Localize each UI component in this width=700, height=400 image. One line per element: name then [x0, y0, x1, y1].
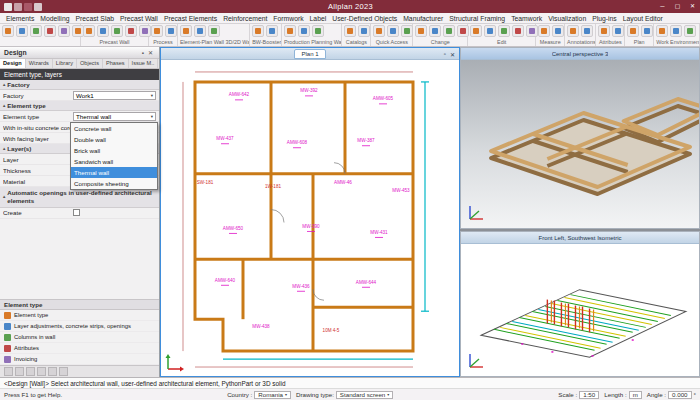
tool-icon[interactable]	[111, 25, 123, 37]
scale-value-box[interactable]: 1:50	[579, 391, 599, 399]
list-item-attributes[interactable]: Attributes	[0, 343, 159, 354]
tool-icon[interactable]	[97, 25, 109, 37]
tool-icon[interactable]	[344, 25, 356, 37]
isometric-canvas[interactable]	[461, 244, 699, 376]
tool-icon[interactable]	[312, 25, 324, 37]
tool-icon[interactable]	[30, 25, 42, 37]
undo-icon[interactable]	[24, 3, 32, 11]
tool-icon[interactable]	[612, 25, 624, 37]
palette-strip-icon[interactable]	[4, 367, 13, 376]
menu-item[interactable]: Precast Slab	[72, 15, 117, 22]
create-checkbox[interactable]	[73, 209, 80, 216]
palette-strip-icon[interactable]	[26, 367, 35, 376]
menu-item[interactable]: User-Defined Objects	[329, 15, 400, 22]
tool-icon[interactable]	[151, 25, 163, 37]
tool-icon[interactable]	[358, 25, 370, 37]
length-value-box[interactable]: m	[629, 391, 642, 399]
tool-icon[interactable]	[284, 25, 296, 37]
palette-tab-design[interactable]: Design	[0, 59, 26, 68]
palette-tab-connect[interactable]: Connect	[158, 59, 159, 68]
tool-icon[interactable]	[443, 25, 455, 37]
menu-item[interactable]: Modelling	[37, 15, 72, 22]
tool-icon[interactable]	[598, 25, 610, 37]
plan-viewport-tab[interactable]: Plan 1	[294, 49, 325, 59]
tool-icon[interactable]	[83, 25, 95, 37]
tool-icon[interactable]	[498, 25, 510, 37]
list-item-element-type[interactable]: Element type	[0, 310, 159, 321]
tool-icon[interactable]	[2, 25, 14, 37]
tool-icon[interactable]	[581, 25, 593, 37]
tool-icon[interactable]	[298, 25, 310, 37]
tool-icon[interactable]	[656, 25, 668, 37]
palette-strip-icon[interactable]	[59, 367, 68, 376]
tool-icon[interactable]	[194, 25, 206, 37]
menu-item[interactable]: Manufacturer	[400, 15, 446, 22]
tool-icon[interactable]	[58, 25, 70, 37]
menu-item[interactable]: Structural Framing	[446, 15, 508, 22]
list-item-layer-adjustments[interactable]: Layer adjustments, concrete strips, open…	[0, 321, 159, 332]
redo-icon[interactable]	[34, 3, 42, 11]
tool-icon[interactable]	[373, 25, 385, 37]
minimize-button[interactable]: ─	[655, 0, 670, 13]
perspective-viewport-titlebar[interactable]: Central perspective 3	[461, 48, 699, 60]
tool-icon[interactable]	[457, 25, 469, 37]
dropdown-option-selected[interactable]: Thermal wall	[71, 167, 157, 178]
tool-icon[interactable]	[165, 25, 177, 37]
menu-item[interactable]: Label	[307, 15, 330, 22]
section-auto-openings[interactable]: ▴Automatic openings in user-defined arch…	[0, 187, 159, 208]
palette-tab-wizards[interactable]: Wizards	[26, 59, 53, 68]
palette-tab-library[interactable]: Library	[53, 59, 77, 68]
viewport-close-icon[interactable]: ✕	[448, 51, 457, 58]
tool-icon[interactable]	[627, 25, 639, 37]
palette-strip-icon[interactable]	[37, 367, 46, 376]
tool-icon[interactable]	[684, 25, 696, 37]
factory-select[interactable]: Work1▾	[73, 91, 156, 100]
menu-item[interactable]: Layout Editor	[620, 15, 666, 22]
section-element-type[interactable]: ▴Element type	[0, 101, 159, 111]
dropdown-option[interactable]: Concrete wall	[71, 123, 157, 134]
dropdown-option[interactable]: Composite sheeting	[71, 178, 157, 189]
close-button[interactable]: ✕	[685, 0, 700, 13]
menu-item[interactable]: Reinforcement	[220, 15, 270, 22]
tool-icon[interactable]	[125, 25, 137, 37]
tool-icon[interactable]	[401, 25, 413, 37]
tool-icon[interactable]	[429, 25, 441, 37]
menu-item[interactable]: Formwork	[270, 15, 306, 22]
element-type-select[interactable]: Thermal wall▾	[73, 112, 156, 121]
tool-icon[interactable]	[266, 25, 278, 37]
tool-icon[interactable]	[526, 25, 538, 37]
tool-icon[interactable]	[512, 25, 524, 37]
palette-tab-phases[interactable]: Phases	[103, 59, 129, 68]
maximize-button[interactable]: ▢	[670, 0, 685, 13]
tool-icon[interactable]	[567, 25, 579, 37]
tool-icon[interactable]	[44, 25, 56, 37]
plan-canvas[interactable]: AMW-642 MW-392 AMW-605 MW-437 AMW-608 MW…	[161, 60, 459, 376]
menu-item[interactable]: Precast Elements	[161, 15, 220, 22]
tool-icon[interactable]	[470, 25, 482, 37]
country-select[interactable]: Romania▾	[254, 391, 291, 399]
dropdown-option[interactable]: Brick wall	[71, 145, 157, 156]
tool-icon[interactable]	[670, 25, 682, 37]
list-item-invoicing[interactable]: Invoicing	[0, 354, 159, 365]
tool-icon[interactable]	[552, 25, 564, 37]
perspective-canvas[interactable]	[461, 60, 699, 228]
palette-tab-objects[interactable]: Objects	[77, 59, 103, 68]
tool-icon[interactable]	[387, 25, 399, 37]
tool-icon[interactable]	[180, 25, 192, 37]
tool-icon[interactable]	[484, 25, 496, 37]
tool-icon[interactable]	[252, 25, 264, 37]
menu-item[interactable]: Plug-ins	[589, 15, 620, 22]
menu-item[interactable]: Precast Wall	[117, 15, 161, 22]
tool-icon[interactable]	[415, 25, 427, 37]
isometric-viewport-titlebar[interactable]: Front Left, Southwest Isometric	[461, 232, 699, 244]
tool-icon[interactable]	[139, 25, 151, 37]
save-icon[interactable]	[14, 3, 22, 11]
menu-item[interactable]: Teamwork	[508, 15, 545, 22]
menu-item[interactable]: Elements	[3, 15, 37, 22]
drawing-type-select[interactable]: Standard screen▾	[336, 391, 393, 399]
palette-tab-issue[interactable]: Issue M..	[129, 59, 159, 68]
menu-item[interactable]: Visualization	[545, 15, 589, 22]
palette-close-icon[interactable]: ✕	[146, 49, 155, 56]
palette-strip-icon[interactable]	[15, 367, 24, 376]
angle-value-box[interactable]: 0.000	[668, 391, 691, 399]
